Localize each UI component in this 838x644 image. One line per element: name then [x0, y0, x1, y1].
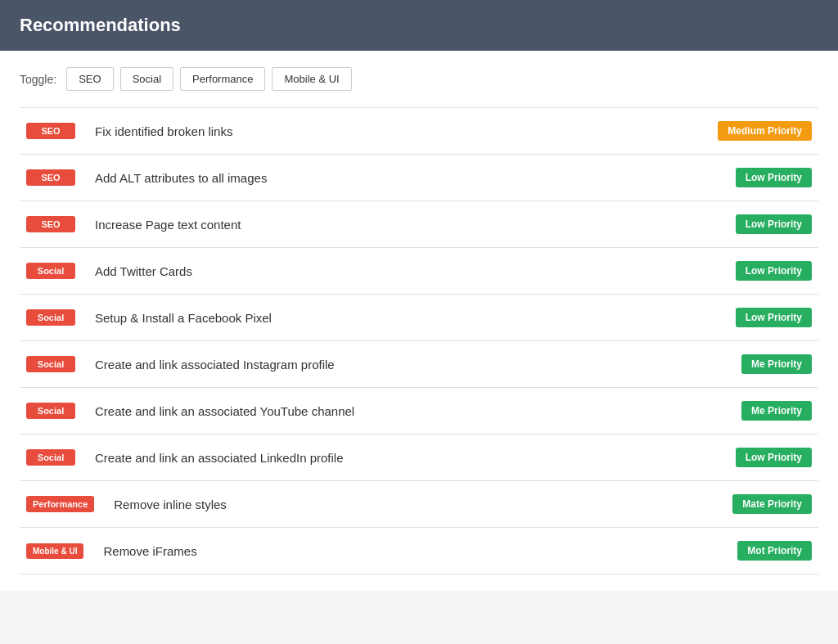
list-item: SocialCreate and link associated Instagr… — [20, 341, 818, 388]
toggle-btn-seo[interactable]: SEO — [66, 67, 113, 91]
page-header: Recommendations — [0, 0, 838, 51]
recommendation-text: Create and link associated Instagram pro… — [95, 358, 741, 372]
list-item: PerformanceRemove inline stylesMate Prio… — [20, 481, 818, 528]
list-item: SEOFix identified broken linksMedium Pri… — [20, 108, 818, 155]
category-tag: Social — [26, 356, 75, 372]
priority-badge: Mot Priority — [737, 541, 812, 561]
category-tag: Performance — [26, 496, 94, 512]
list-item: SocialCreate and link an associated Link… — [20, 435, 818, 481]
priority-badge: Me Priority — [741, 401, 812, 421]
recommendation-text: Add Twitter Cards — [95, 264, 736, 278]
recommendation-text: Remove inline styles — [114, 498, 732, 511]
page-title: Recommendations — [20, 15, 181, 35]
category-tag: SEO — [26, 123, 75, 139]
list-item: SEOIncrease Page text contentLow Priorit… — [20, 201, 818, 248]
recommendation-text: Setup & Install a Facebook Pixel — [95, 311, 736, 325]
priority-badge: Low Priority — [736, 308, 812, 327]
main-content: Toggle: SEO Social Performance Mobile & … — [0, 51, 838, 591]
list-item: SEOAdd ALT attributes to all imagesLow P… — [20, 155, 818, 201]
recommendation-text: Fix identified broken links — [95, 124, 718, 138]
priority-badge: Low Priority — [736, 261, 812, 281]
recommendations-list: SEOFix identified broken linksMedium Pri… — [20, 107, 818, 574]
priority-badge: Medium Priority — [718, 121, 812, 141]
toggle-label: Toggle: — [20, 73, 56, 86]
toggle-row: Toggle: SEO Social Performance Mobile & … — [20, 67, 818, 91]
recommendation-text: Create and link an associated LinkedIn p… — [95, 451, 736, 465]
category-tag: SEO — [26, 216, 75, 232]
category-tag: Social — [26, 263, 75, 279]
toggle-btn-mobile[interactable]: Mobile & UI — [272, 67, 351, 91]
toggle-btn-performance[interactable]: Performance — [180, 67, 265, 91]
category-tag: Social — [26, 449, 75, 466]
recommendation-text: Add ALT attributes to all images — [95, 171, 736, 185]
recommendation-text: Increase Page text content — [95, 218, 736, 232]
category-tag: Mobile & UI — [26, 543, 83, 559]
priority-badge: Mate Priority — [732, 494, 812, 514]
list-item: Mobile & UIRemove iFramesMot Priority — [20, 528, 818, 574]
recommendation-text: Create and link an associated YouTube ch… — [95, 404, 741, 418]
priority-badge: Low Priority — [736, 214, 812, 234]
toggle-btn-social[interactable]: Social — [120, 67, 173, 91]
list-item: SocialSetup & Install a Facebook PixelLo… — [20, 295, 818, 341]
category-tag: Social — [26, 309, 75, 326]
priority-badge: Low Priority — [736, 168, 812, 187]
list-item: SocialAdd Twitter CardsLow Priority — [20, 248, 818, 295]
priority-badge: Low Priority — [736, 448, 812, 467]
recommendation-text: Remove iFrames — [103, 544, 737, 558]
list-item: SocialCreate and link an associated YouT… — [20, 388, 818, 435]
category-tag: Social — [26, 403, 75, 419]
category-tag: SEO — [26, 169, 75, 186]
priority-badge: Me Priority — [741, 354, 812, 374]
